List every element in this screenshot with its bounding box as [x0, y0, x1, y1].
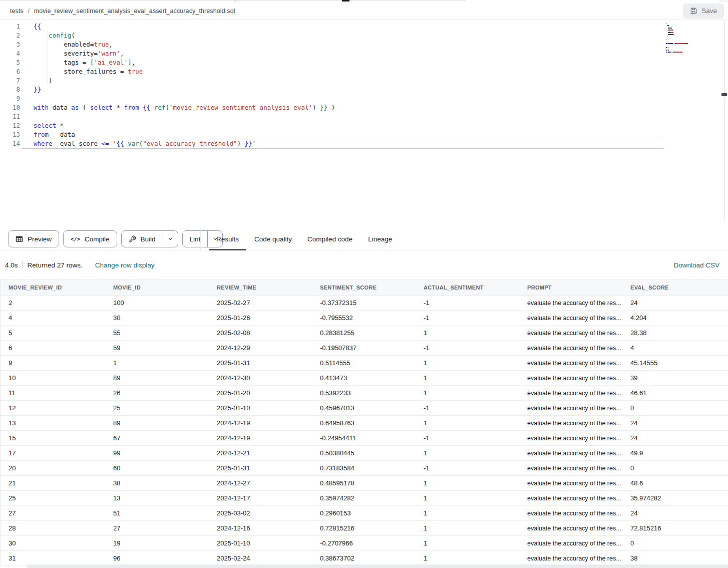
code-line-10[interactable]: 10with data as ( select * from {{ ref('m…: [0, 103, 728, 112]
minimap-line: [666, 28, 690, 29]
minimap-line: [666, 50, 690, 51]
editor-scrollbar-handle[interactable]: [721, 93, 727, 96]
table-row: 10892024-12-300.4134731evaluate the accu…: [1, 371, 728, 386]
prompt-text: evaluate the accuracy of the res...: [527, 405, 621, 412]
code-line-12[interactable]: 12select *: [0, 121, 728, 130]
prompt-text: evaluate the accuracy of the res...: [527, 390, 621, 397]
editor-minimap[interactable]: [666, 23, 690, 54]
cell-prompt: evaluate the accuracy of the res...❯: [519, 405, 622, 412]
tab-lineage[interactable]: Lineage: [368, 228, 392, 250]
cell-sentiment-score: 0.45967013: [312, 404, 416, 412]
table-row: 21002025-02-27-0.37372315-1evaluate the …: [1, 296, 728, 311]
cell-prompt: evaluate the accuracy of the res...❯: [519, 495, 622, 502]
cell-movie-id: 30: [105, 314, 209, 322]
cell-prompt: evaluate the accuracy of the res...❯: [519, 360, 622, 367]
table-row: 912025-01-310.51145551evaluate the accur…: [1, 356, 728, 371]
cell-movie-review-id: 31: [1, 554, 105, 562]
code-editor[interactable]: 1{{2 config(3 enabled=true,4 severity='w…: [0, 20, 728, 228]
cell-actual-sentiment: -1: [416, 299, 519, 307]
build-button[interactable]: Build: [121, 230, 178, 247]
query-status-bar: 4.0s Returned 27 rows. Change row displa…: [0, 250, 728, 279]
code-line-13[interactable]: 13from data: [0, 130, 728, 139]
preview-button[interactable]: Preview: [8, 230, 59, 247]
table-header-row: MOVIE_REVIEW_IDMOVIE_IDREVIEW_TIMESENTIM…: [1, 279, 728, 296]
table-row: 27512025-03-020.29601531evaluate the acc…: [1, 506, 728, 521]
minimap-line: [666, 39, 690, 40]
code-lines[interactable]: 1{{2 config(3 enabled=true,4 severity='w…: [0, 22, 728, 148]
prompt-text: evaluate the accuracy of the res...: [527, 480, 621, 487]
cell-sentiment-score: -0.2707966: [312, 539, 416, 547]
returned-rows-text: Returned 27 rows.: [28, 261, 83, 269]
cell-review-time: 2024-12-29: [209, 344, 312, 352]
cell-eval-score: 24: [622, 434, 728, 442]
line-number: 1: [0, 22, 20, 31]
code-line-4[interactable]: 4 severity='warn',: [0, 49, 728, 58]
table-row: 5552025-02-080.283812551evaluate the acc…: [1, 326, 728, 341]
cell-eval-score: 49.9: [622, 449, 728, 457]
cell-movie-review-id: 12: [1, 404, 105, 412]
code-line-9[interactable]: 9: [0, 94, 728, 103]
cell-prompt: evaluate the accuracy of the res...❯: [519, 525, 622, 532]
cell-prompt: evaluate the accuracy of the res...❯: [519, 480, 622, 487]
cell-movie-review-id: 15: [1, 434, 105, 442]
code-line-5[interactable]: 5 tags = ['ai_eval'],: [0, 58, 728, 67]
compile-button[interactable]: </> Compile: [63, 230, 117, 247]
line-number: 10: [0, 103, 20, 112]
code-line-2[interactable]: 2 config(: [0, 31, 728, 40]
prompt-text: evaluate the accuracy of the res...: [527, 465, 621, 472]
cell-actual-sentiment: 1: [416, 554, 519, 562]
query-time: 4.0s: [5, 261, 18, 269]
prompt-text: evaluate the accuracy of the res...: [527, 420, 621, 427]
line-number: 11: [0, 112, 20, 121]
tab-strip-hairline: [0, 0, 466, 1]
file-header: tests / movie_review_sentiment_analysis_…: [0, 2, 728, 20]
cell-movie-review-id: 25: [1, 494, 105, 502]
cell-actual-sentiment: -1: [416, 314, 519, 322]
cell-eval-score: 24: [622, 299, 728, 307]
line-number: 14: [0, 139, 20, 148]
cell-movie-id: 26: [105, 389, 209, 397]
build-dropdown-button[interactable]: [163, 231, 178, 247]
line-number: 2: [0, 31, 20, 40]
code-line-11[interactable]: 11: [0, 112, 728, 121]
cell-movie-review-id: 4: [1, 314, 105, 322]
cell-review-time: 2024-12-21: [209, 449, 312, 457]
column-header-actual_sentiment: ACTUAL_SENTIMENT: [416, 285, 519, 291]
code-line-1[interactable]: 1{{: [0, 22, 728, 31]
minimap-line: [666, 32, 690, 33]
horizontal-scrollbar[interactable]: [27, 564, 728, 568]
code-line-8[interactable]: 8}}: [0, 85, 728, 94]
cell-review-time: 2025-02-27: [209, 299, 312, 307]
table-body: 21002025-02-27-0.37372315-1evaluate the …: [1, 296, 728, 566]
code-line-6[interactable]: 6 store_failures = true: [0, 67, 728, 76]
cell-actual-sentiment: -1: [416, 404, 519, 412]
change-row-display-link[interactable]: Change row display: [95, 261, 155, 269]
tab-results[interactable]: Results: [216, 228, 239, 250]
cell-actual-sentiment: 1: [416, 524, 519, 532]
tab-compiled-code[interactable]: Compiled code: [307, 228, 352, 250]
minimap-line: [666, 34, 690, 35]
cell-actual-sentiment: 1: [416, 419, 519, 427]
code-line-3[interactable]: 3 enabled=true,: [0, 40, 728, 49]
cell-actual-sentiment: 1: [416, 449, 519, 457]
table-row: 4302025-01-26-0.7955532-1evaluate the ac…: [1, 311, 728, 326]
cell-sentiment-score: 0.73183584: [312, 464, 416, 472]
cell-sentiment-score: 0.5114555: [312, 359, 416, 367]
cell-eval-score: 0: [622, 464, 728, 472]
breadcrumb-dir[interactable]: tests: [10, 8, 24, 15]
download-csv-link[interactable]: Download CSV: [673, 261, 723, 269]
cell-movie-id: 96: [105, 554, 209, 562]
cell-eval-score: 45.14555: [622, 359, 728, 367]
column-header-eval_score: EVAL_SCORE: [622, 285, 728, 291]
code-line-14[interactable]: 14where eval_score <= '{{ var("eval_accu…: [0, 139, 728, 148]
minimap-line: [666, 25, 690, 26]
save-button[interactable]: Save: [683, 4, 724, 19]
cell-movie-review-id: 6: [1, 344, 105, 352]
cell-actual-sentiment: 1: [416, 479, 519, 487]
tab-code-quality[interactable]: Code quality: [254, 228, 292, 250]
code-line-7[interactable]: 7 ): [0, 76, 728, 85]
minimap-line: [666, 23, 690, 24]
cell-eval-score: 4: [622, 344, 728, 352]
editor-scrollbar-track[interactable]: [724, 20, 725, 220]
prompt-text: evaluate the accuracy of the res...: [527, 510, 621, 517]
